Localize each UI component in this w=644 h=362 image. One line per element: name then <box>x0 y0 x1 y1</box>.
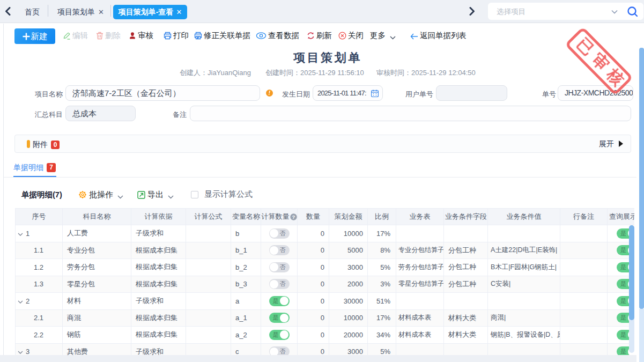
svg-text:?: ? <box>292 213 295 219</box>
